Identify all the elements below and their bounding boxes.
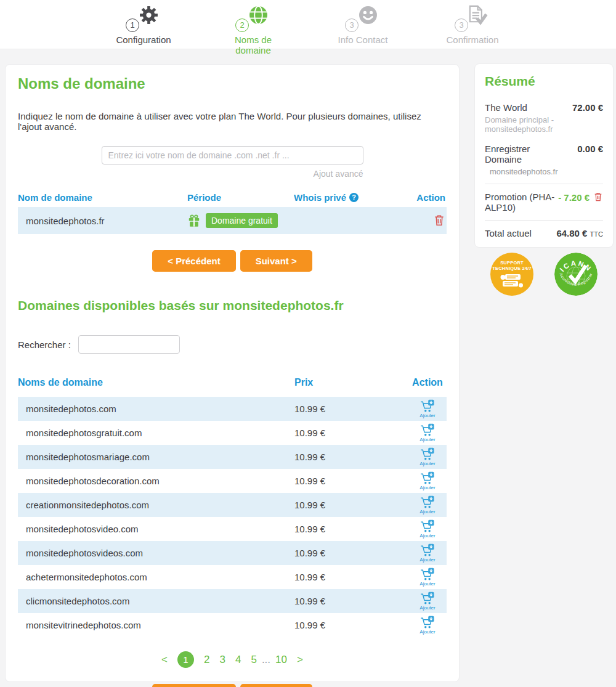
- step-confirmation-glyph: 3: [452, 4, 493, 33]
- cart-add-icon: [420, 616, 434, 630]
- trust-badges: SUPPORT TECHNIQUE 24/7 ICANN: [474, 253, 614, 296]
- pagination-page-last[interactable]: 10: [275, 654, 287, 666]
- suggestion-domain: monsitedephotos.com: [18, 404, 294, 414]
- step-number: 2: [235, 18, 249, 32]
- suggestion-row: monsitevitrinedephotos.com 10.99 € Ajout…: [18, 613, 447, 637]
- suggestion-row: monsitedephotosdecoration.com 10.99 € Aj…: [18, 469, 447, 493]
- total-value: 64.80 €: [556, 228, 587, 238]
- previous-button-bottom[interactable]: < Précédent: [152, 684, 235, 687]
- col-period: Période: [187, 192, 294, 203]
- suggestion-domain: monsitedephotosvideo.com: [18, 524, 294, 534]
- advanced-add-link[interactable]: Ajout avancé: [102, 169, 363, 179]
- summary-plan-price: 72.00 €: [572, 102, 603, 113]
- suggestion-domain: monsitedephotosmariage.com: [18, 452, 294, 462]
- step-domain-names[interactable]: 2 Noms de domaine: [216, 4, 290, 55]
- summary-plan-label: The World: [485, 102, 527, 113]
- pagination: < 1 2 3 4 5 ... 10 >: [18, 651, 447, 668]
- step-confirmation[interactable]: 3 Confirmation: [436, 4, 509, 45]
- add-label: Ajouter: [419, 413, 435, 418]
- add-to-cart-button[interactable]: Ajouter: [419, 543, 435, 563]
- suggestion-price: 10.99 €: [294, 428, 408, 438]
- support-badge-line1: SUPPORT: [492, 260, 532, 266]
- pagination-page-current[interactable]: 1: [177, 651, 194, 668]
- pagination-next[interactable]: >: [297, 654, 303, 666]
- suggestion-row: creationmonsitedephotos.com 10.99 € Ajou…: [18, 493, 447, 517]
- col-price: Prix: [294, 377, 408, 388]
- cart-add-icon: [420, 495, 434, 510]
- add-to-cart-button[interactable]: Ajouter: [419, 567, 435, 587]
- summary-domain-price: 0.00 €: [577, 144, 603, 154]
- selected-domains-header: Nom de domaine Période Whois privé ? Act…: [18, 192, 447, 203]
- step-contact-info-glyph: 3: [342, 4, 383, 33]
- cart-add-icon: [420, 399, 434, 413]
- summary-domain-label: Enregistrer Domaine: [485, 144, 564, 165]
- pagination-page[interactable]: 3: [219, 654, 225, 666]
- add-label: Ajouter: [419, 509, 435, 514]
- add-to-cart-button[interactable]: Ajouter: [419, 423, 435, 443]
- step-label: Confirmation: [436, 35, 509, 45]
- add-label: Ajouter: [419, 557, 435, 563]
- summary-title: Résumé: [485, 74, 603, 89]
- cart-add-icon: [420, 447, 434, 461]
- summary-total: Total actuel 64.80 € TTC: [485, 228, 603, 238]
- pagination-page[interactable]: 5: [251, 654, 256, 666]
- domain-name-input[interactable]: [102, 146, 363, 165]
- trash-icon: [593, 192, 603, 201]
- selected-domain-row: monsitedephotos.fr Domaine gratuit: [18, 207, 447, 234]
- suggestion-domain: achetermonsitedephotos.com: [18, 572, 294, 582]
- search-label: Rechercher :: [18, 339, 71, 350]
- add-to-cart-button[interactable]: Ajouter: [419, 399, 435, 419]
- suggestion-price: 10.99 €: [294, 572, 408, 582]
- step-configuration[interactable]: 1 Configuration: [107, 4, 180, 45]
- step-configuration-glyph: 1: [123, 4, 164, 33]
- remove-domain-button[interactable]: [433, 214, 445, 228]
- pagination-prev[interactable]: <: [161, 654, 168, 666]
- col-domain-name: Nom de domaine: [18, 192, 187, 203]
- summary-plan-sub: Domaine principal - monsitedephotos.fr: [485, 115, 603, 134]
- add-to-cart-button[interactable]: Ajouter: [419, 615, 435, 635]
- summary-line-promotion: Promotion (PHA-ALP10) - 7.20 €: [485, 192, 603, 213]
- pagination-ellipsis: ...: [262, 654, 270, 666]
- domain-names-panel: Noms de domaine Indiquez le nom de domai…: [5, 64, 460, 682]
- pagination-page[interactable]: 4: [235, 654, 241, 666]
- summary-line-plan: The World 72.00 €: [485, 102, 603, 113]
- cart-add-icon: [420, 591, 434, 606]
- whois-help-icon[interactable]: ?: [349, 193, 359, 202]
- add-to-cart-button[interactable]: Ajouter: [419, 591, 435, 611]
- globe-icon: [248, 5, 269, 25]
- add-label: Ajouter: [419, 461, 435, 466]
- suggestion-row: monsitedephotosvideos.com 10.99 € Ajoute…: [18, 541, 447, 565]
- add-label: Ajouter: [419, 629, 435, 635]
- cart-add-icon: [420, 423, 434, 437]
- step-label: Configuration: [107, 35, 180, 45]
- checkout-stepper: 1 Configuration 2 Noms de domaine 3 Info…: [0, 0, 616, 49]
- suggestion-row: monsitedephotosgratuit.com 10.99 € Ajout…: [18, 421, 447, 445]
- suggestions-table: monsitedephotos.com 10.99 € Ajouter mons…: [18, 397, 447, 637]
- suggestions-search-input[interactable]: [78, 335, 180, 354]
- trash-icon: [433, 214, 445, 226]
- suggestion-domain: monsitedephotosdecoration.com: [18, 476, 294, 486]
- intro-text: Indiquez le nom de domaine à utiliser av…: [18, 111, 447, 132]
- page-title: Noms de domaine: [18, 75, 447, 92]
- add-to-cart-button[interactable]: Ajouter: [419, 447, 435, 467]
- add-to-cart-button[interactable]: Ajouter: [419, 495, 435, 515]
- remove-promotion-button[interactable]: [593, 192, 603, 203]
- next-button-bottom[interactable]: Suivant >: [240, 684, 312, 687]
- suggestion-domain: creationmonsitedephotos.com: [18, 500, 294, 510]
- step-label: Info Contact: [326, 35, 400, 45]
- col-domain-names: Noms de domaine: [18, 377, 294, 388]
- previous-button[interactable]: < Précédent: [152, 250, 235, 272]
- total-suffix: TTC: [590, 230, 603, 238]
- step-contact-info[interactable]: 3 Info Contact: [326, 4, 400, 45]
- next-button[interactable]: Suivant >: [240, 250, 312, 272]
- col-action: Action: [411, 192, 447, 203]
- divider: [485, 184, 603, 184]
- add-label: Ajouter: [419, 437, 435, 442]
- pagination-page[interactable]: 2: [204, 654, 209, 666]
- summary-domain-sub: monsitedephotos.fr: [485, 167, 603, 176]
- suggestion-row: monsitedephotosmariage.com 10.99 € Ajout…: [18, 445, 447, 469]
- suggestion-domain: monsitedephotosgratuit.com: [18, 428, 294, 438]
- add-to-cart-button[interactable]: Ajouter: [419, 471, 435, 491]
- suggestion-domain: monsitedephotosvideos.com: [18, 548, 294, 558]
- add-to-cart-button[interactable]: Ajouter: [419, 519, 435, 539]
